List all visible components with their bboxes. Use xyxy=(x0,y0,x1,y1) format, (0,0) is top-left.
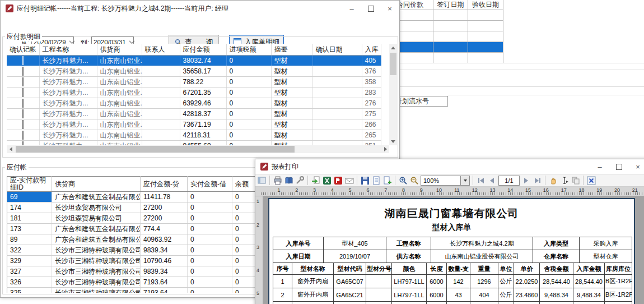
horizontal-scrollbar[interactable] xyxy=(7,145,389,153)
cell-amount[interactable]: 35658.17 xyxy=(180,66,226,77)
cell-supplier[interactable]: 山东南山铝业... xyxy=(97,77,142,87)
cell-debit[interactable]: 27200 xyxy=(141,213,188,224)
cell-confirm-date[interactable] xyxy=(312,119,362,130)
table-row[interactable] xyxy=(387,10,503,21)
cell-tax[interactable]: 0 xyxy=(226,119,271,130)
cell-inbound[interactable]: 265 xyxy=(362,130,381,141)
plan-serial-field[interactable]: 计划流水号 xyxy=(393,96,448,107)
cell-credit[interactable]: 0 xyxy=(188,256,232,266)
cell-debit[interactable]: 10790.46 xyxy=(141,256,188,266)
table-row[interactable]: 173 广东合和建筑五金制品有限公司 774.4 0 0 xyxy=(7,224,276,234)
confirm-checkbox[interactable] xyxy=(22,56,24,65)
cell-inbound[interactable]: 405 xyxy=(362,56,381,66)
sidebar-toggle-icon[interactable] xyxy=(257,176,267,185)
email-icon[interactable] xyxy=(344,176,354,185)
confirm-checkbox[interactable] xyxy=(22,109,24,118)
scroll-right-icon[interactable] xyxy=(381,145,389,153)
cell-id[interactable]: 322 xyxy=(7,245,52,256)
cell-project[interactable]: 长沙万科魅力... xyxy=(39,66,97,77)
col-debit[interactable]: 应付金额-贷 xyxy=(141,177,188,192)
cell-confirm-date[interactable] xyxy=(312,77,362,87)
cell-project[interactable]: 长沙万科魅力... xyxy=(39,77,97,87)
cell-confirm-date[interactable] xyxy=(312,130,362,141)
cell-confirm-date[interactable] xyxy=(312,141,362,146)
confirm-checkbox[interactable] xyxy=(22,88,24,97)
table-row[interactable]: 长沙万科魅力... 山东南山铝业... 788.22 0 型材 358 xyxy=(7,77,381,87)
cell-confirm-date[interactable] xyxy=(312,87,362,98)
cell-contact[interactable] xyxy=(142,119,180,130)
zoom-in-icon[interactable] xyxy=(398,176,408,185)
cell-id[interactable]: 325 xyxy=(7,288,52,293)
table-row[interactable] xyxy=(387,31,503,42)
scroll-left-icon[interactable] xyxy=(7,145,15,153)
col-credit[interactable]: 实付金额-借 xyxy=(188,177,232,192)
zoom-level-select[interactable]: 100% xyxy=(421,176,470,186)
table-row[interactable]: 长沙万科魅力... 山东南山铝业... 67201.35 0 型材 283 xyxy=(7,87,381,98)
confirm-checkbox[interactable] xyxy=(22,131,24,140)
cell-amount[interactable]: 73671.19 xyxy=(180,119,226,130)
settings-icon[interactable] xyxy=(295,176,305,185)
close-icon[interactable]: × xyxy=(380,1,399,16)
cell-project[interactable]: 长沙万科魅力... xyxy=(39,87,97,98)
minimize-icon[interactable]: – xyxy=(342,1,361,16)
cell-id[interactable]: 181 xyxy=(7,213,52,224)
save-icon[interactable] xyxy=(360,176,370,185)
table-row[interactable]: 69 广东合和建筑五金制品有限公司 11411.78 0 0 xyxy=(7,192,276,202)
cell-id[interactable]: 327 xyxy=(7,266,52,277)
cell-supplier[interactable]: 长沙坦森贸易有限公司 xyxy=(52,202,141,213)
print-icon[interactable] xyxy=(273,176,282,185)
cell-debit[interactable]: 774.4 xyxy=(141,224,188,234)
cell-amount[interactable]: 42118.31 xyxy=(180,130,226,141)
cell-project[interactable]: 长沙万科魅力... xyxy=(39,109,97,119)
cell-tax[interactable]: 0 xyxy=(226,141,271,146)
cell-inbound[interactable]: 376 xyxy=(362,66,381,77)
cell-credit[interactable]: 0 xyxy=(188,202,232,213)
vertical-scrollbar[interactable] xyxy=(389,44,397,145)
table-row[interactable]: 329 长沙市三湘特种玻璃有限公司 10790.46 0 0 xyxy=(7,256,276,266)
print-preview-area[interactable]: 1 2 3 4 5 湖南巨晟门窗幕墙有限公司 型材入库单 入库单号型材_405 xyxy=(255,196,644,304)
cell-contact[interactable] xyxy=(142,141,180,146)
cell-supplier[interactable]: 长沙市三湘特种玻璃有限公司 xyxy=(52,245,141,256)
book-icon[interactable] xyxy=(284,176,293,185)
add-document-icon[interactable] xyxy=(382,176,392,185)
cell-summary[interactable]: 型材 xyxy=(271,66,312,77)
cell-tax[interactable]: 0 xyxy=(226,130,271,141)
cell-tax[interactable]: 0 xyxy=(226,109,271,119)
table-row[interactable]: 181 长沙坦森贸易有限公司 27200 0 0 xyxy=(7,213,276,224)
last-page-icon[interactable] xyxy=(533,176,542,185)
table-row[interactable] xyxy=(387,53,503,63)
confirm-checkbox[interactable] xyxy=(22,141,24,145)
cell-amount[interactable]: 63929.46 xyxy=(180,98,226,109)
close-icon[interactable]: × xyxy=(628,159,644,174)
cell-supplier[interactable]: 长沙市三湘特种玻璃有限公司 xyxy=(52,266,141,277)
cell-amount[interactable]: 38032.74 xyxy=(180,56,226,66)
table-row[interactable]: 长沙万科魅力... 山东南山铝业... 73671.19 0 型材 266 xyxy=(7,119,381,130)
table-row[interactable]: 长沙万科魅力... 山东南山铝业... 42818.37 0 型材 275 xyxy=(7,109,381,119)
cell-project[interactable]: 长沙万科魅力... xyxy=(39,56,97,66)
cell-supplier[interactable]: 广东合和建筑五金制品有限公司 xyxy=(52,224,141,234)
cell-credit[interactable]: 0 xyxy=(188,288,232,293)
cell-confirm-date[interactable] xyxy=(312,109,362,119)
table-row[interactable]: 174 长沙坦森贸易有限公司 27200 0 0 xyxy=(7,202,276,213)
minimize-icon[interactable]: – xyxy=(590,159,609,174)
copy-icon[interactable] xyxy=(571,176,580,185)
cell-summary[interactable]: 型材 xyxy=(271,119,312,130)
table-row[interactable]: 89 广东合和建筑五金制品有限公司 40963.92 0 0 xyxy=(7,234,276,245)
document-icon[interactable] xyxy=(371,176,381,185)
cell-inbound[interactable]: 358 xyxy=(362,77,381,87)
cell-supplier[interactable]: 山东南山铝业... xyxy=(97,141,142,146)
cell-tax[interactable]: 0 xyxy=(226,56,271,66)
cell-supplier[interactable]: 广东合和建筑五金制品有限公司 xyxy=(52,234,141,245)
cell-supplier[interactable]: 长沙市三湘特种玻璃有限公司 xyxy=(52,256,141,266)
cell-project[interactable]: 长沙万科魅力... xyxy=(39,119,97,130)
cell-supplier[interactable]: 山东南山铝业... xyxy=(97,66,142,77)
cell-contact[interactable] xyxy=(142,109,180,119)
cell-supplier[interactable]: 山东南山铝业... xyxy=(97,87,142,98)
confirm-checkbox[interactable] xyxy=(22,67,24,76)
cell-inbound[interactable]: 283 xyxy=(362,87,381,98)
col-detail-id[interactable]: 应-实付款明细ID xyxy=(7,177,52,192)
cell-supplier[interactable]: 山东南山铝业... xyxy=(97,119,142,130)
cell-tax[interactable]: 0 xyxy=(226,98,271,109)
cell-project[interactable]: 长沙万科魅力... xyxy=(39,130,97,141)
cell-credit[interactable]: 0 xyxy=(188,266,232,277)
